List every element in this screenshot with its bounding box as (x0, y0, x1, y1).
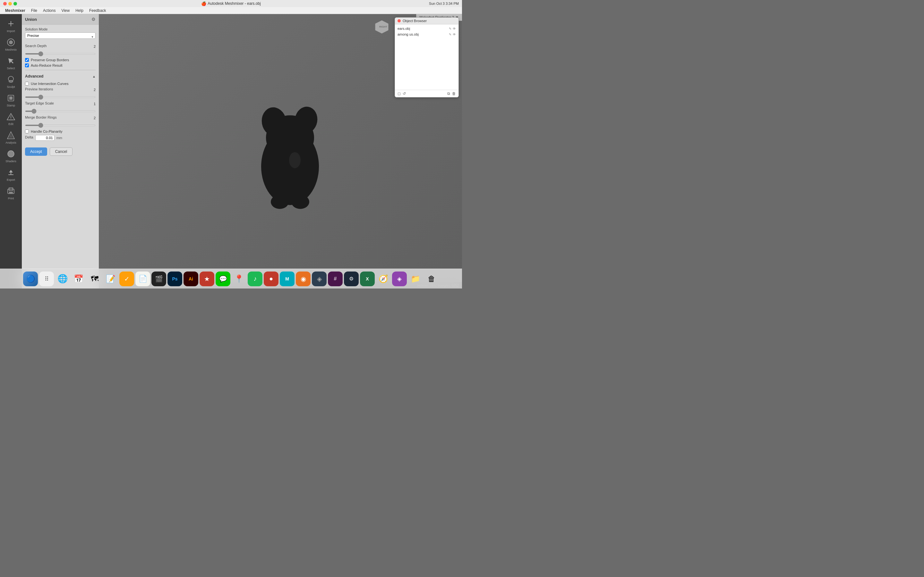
dock-illustrator[interactable]: Ai (184, 271, 198, 286)
toolbar-sculpt[interactable]: Sculpt (1, 73, 21, 90)
solution-mode-dropdown[interactable]: Precise Fast Exact (25, 32, 95, 41)
dock-safari[interactable]: 🧭 (376, 271, 391, 286)
view-cube[interactable]: RIGHT (372, 17, 391, 37)
toolbar-analysis[interactable]: Analysis (1, 128, 21, 146)
dock-wechat[interactable]: 💬 (216, 271, 230, 286)
toolbar-shaders[interactable]: Shaders (1, 147, 21, 165)
delta-input[interactable] (35, 135, 55, 141)
dock-maps2[interactable]: 📍 (232, 271, 246, 286)
dock-excel[interactable]: X (360, 271, 375, 286)
dock-reminders[interactable]: ✓ (120, 271, 134, 286)
ob-copy-icon[interactable]: ⧉ (447, 91, 450, 96)
preview-iterations-slider[interactable] (25, 97, 95, 98)
merge-border-rings-slider[interactable] (25, 125, 95, 126)
advanced-section-header[interactable]: Advanced ▲ (25, 73, 95, 80)
toolbar-select[interactable]: Select (1, 54, 21, 72)
accept-button[interactable]: Accept (25, 147, 47, 156)
app6-icon: ◈ (397, 276, 402, 282)
app-red-icon: ● (269, 275, 273, 282)
menu-feedback[interactable]: Feedback (87, 8, 109, 13)
toolbar-print[interactable]: Print (1, 184, 21, 202)
analysis-icon (6, 130, 16, 140)
menu-view[interactable]: View (59, 8, 72, 13)
shaders-icon (6, 149, 16, 159)
delta-row: Delta mm (25, 135, 95, 141)
dock-spotify[interactable]: ♪ (248, 271, 262, 286)
menu-file[interactable]: File (29, 8, 40, 13)
edit-icon (6, 111, 16, 122)
ob-edit2-icon: ✎ (449, 33, 451, 36)
toolbar-stamp[interactable]: Stamp (1, 91, 21, 109)
dock-files[interactable]: 📁 (408, 271, 423, 286)
preserve-group-borders-checkbox[interactable] (25, 58, 29, 62)
menu-actions[interactable]: Actions (40, 8, 58, 13)
minimize-button[interactable] (8, 2, 12, 5)
ob-eye-icon: 👁 (453, 27, 456, 31)
import-icon (6, 19, 16, 29)
solution-mode-select[interactable]: Precise Fast Exact (25, 32, 95, 39)
dock-slack[interactable]: # (328, 271, 342, 286)
ob-rotate-icon[interactable]: ↺ (403, 91, 406, 96)
toolbar-import[interactable]: Import (1, 17, 21, 35)
dock: 🔵 ⠿ 🌐 📅 🗺 📝 ✓ 📄 🎬 Ps Ai ★ 💬 📍 ♪ ● (0, 269, 462, 288)
dock-final-cut[interactable]: 🎬 (152, 271, 166, 286)
close-button[interactable] (3, 2, 7, 5)
svg-rect-18 (9, 192, 13, 193)
dock-meshmixer[interactable]: ◉ (296, 271, 310, 286)
ob-delete-icon[interactable]: 🗑 (452, 91, 456, 96)
preview-iterations-slider-container (25, 94, 95, 99)
svg-marker-12 (9, 133, 13, 138)
handle-coplanarity-checkbox[interactable] (25, 129, 29, 133)
photoshop-icon: Ps (172, 276, 178, 282)
ob-item-ears[interactable]: ears.obj ✎ 👁 (395, 26, 459, 31)
3d-model (242, 96, 338, 219)
ob-edit-icon: ✎ (449, 27, 451, 31)
trash-icon: 🗑 (428, 274, 435, 284)
gear-icon[interactable]: ⚙ (91, 17, 95, 22)
final-cut-icon: 🎬 (155, 275, 163, 283)
search-depth-slider[interactable] (25, 53, 95, 55)
dock-photoshop[interactable]: Ps (168, 271, 182, 286)
meshmixer-dock-icon: ◉ (300, 275, 306, 283)
dock-steam[interactable]: ⚙ (344, 271, 359, 286)
dock-trash[interactable]: 🗑 (424, 271, 439, 286)
menu-help[interactable]: Help (73, 8, 86, 13)
hotshots-icon: ★ (204, 275, 210, 283)
dock-maps[interactable]: 🗺 (87, 271, 102, 286)
dock-chrome[interactable]: 🌐 (55, 271, 70, 286)
svg-text:RIGHT: RIGHT (379, 25, 387, 28)
ob-item-among-us[interactable]: among us.obj ✎ 👁 (395, 31, 459, 37)
use-intersection-curves-checkbox[interactable] (25, 82, 29, 85)
dock-app5[interactable]: ◈ (312, 271, 326, 286)
menu-app[interactable]: Meshmixer (3, 8, 28, 13)
maximize-button[interactable] (13, 2, 17, 5)
ob-cube-icon[interactable]: ◻ (397, 91, 401, 96)
dock-app1[interactable]: ★ (200, 271, 214, 286)
notes-icon: 📝 (106, 274, 115, 284)
dock-pages[interactable]: 📄 (136, 271, 150, 286)
target-edge-scale-slider[interactable] (25, 111, 95, 112)
sculpt-label: Sculpt (7, 85, 15, 89)
reminders-icon: ✓ (124, 275, 129, 283)
auto-reduce-result-checkbox[interactable] (25, 63, 29, 67)
dock-launchpad[interactable]: ⠿ (39, 271, 54, 286)
dock-finder[interactable]: 🔵 (23, 271, 38, 286)
dock-calendar[interactable]: 📅 (71, 271, 86, 286)
ob-titlebar: Object Browser (395, 18, 459, 24)
dock-notes[interactable]: 📝 (103, 271, 118, 286)
viewport[interactable]: Makerbot Replicator 2 ▼ (99, 14, 462, 288)
toolbar-meshmix[interactable]: Meshmix (1, 35, 21, 53)
panel-content: Solution Mode Precise Fast Exact Search … (22, 25, 99, 145)
export-icon (6, 167, 16, 177)
select-icon (6, 56, 16, 66)
toolbar-export[interactable]: Export (1, 165, 21, 183)
dock-app6[interactable]: ◈ (392, 271, 407, 286)
dock-app-red[interactable]: ● (264, 271, 278, 286)
delta-label: Delta (25, 135, 33, 139)
dock-maya[interactable]: M (280, 271, 294, 286)
preserve-group-borders-row: Preserve Group Borders (25, 58, 95, 62)
ob-close-dot[interactable] (397, 19, 401, 23)
cancel-button[interactable]: Cancel (50, 147, 73, 156)
maps2-icon: 📍 (234, 274, 244, 284)
toolbar-edit[interactable]: Edit (1, 110, 21, 127)
